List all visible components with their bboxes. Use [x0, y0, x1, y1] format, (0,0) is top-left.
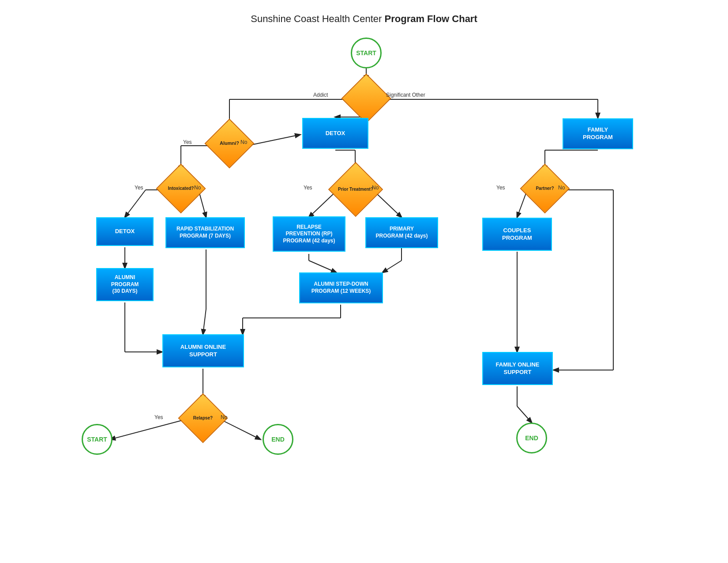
svg-line-20	[383, 261, 402, 272]
svg-line-31	[203, 309, 206, 334]
family-online-support-box: FAMILY ONLINE SUPPORT	[482, 352, 553, 385]
label-intox-yes: Yes	[135, 185, 143, 191]
label-significant-other: Significant Other	[386, 92, 425, 98]
primary-program-box: PRIMARY PROGRAM (42 days)	[365, 217, 438, 248]
rapid-stabilization-box: RAPID STABILIZATION PROGRAM (7 DAYS)	[165, 217, 245, 248]
diamond-type	[349, 81, 384, 116]
svg-line-8	[247, 135, 300, 146]
start-bottom-node: START	[82, 424, 113, 455]
svg-line-18	[309, 261, 336, 272]
end-right-node: END	[516, 423, 547, 453]
label-relapse-no: No	[221, 414, 227, 420]
relapse-prevention-box: RELAPSE PREVENTION (RP) PROGRAM (42 days…	[273, 216, 345, 252]
detox-left-box: DETOX	[96, 217, 154, 246]
start-top-node: START	[351, 38, 382, 68]
detox-top-box: DETOX	[302, 118, 368, 149]
label-prior-yes: Yes	[304, 185, 312, 191]
label-intox-no: No	[194, 185, 201, 191]
end-center-node: END	[263, 424, 293, 455]
page-title: Sunshine Coast Health Center Program Flo…	[0, 0, 728, 25]
couples-program-box: COUPLES PROGRAM	[482, 218, 552, 251]
label-alumni-yes: Yes	[183, 139, 192, 145]
diamond-intoxicated: Intoxicated?	[163, 171, 199, 206]
svg-line-16	[375, 192, 402, 217]
svg-line-15	[309, 192, 335, 217]
alumni-program-box: ALUMNI PROGRAM (30 DAYS)	[96, 268, 154, 301]
label-alumni-no: No	[240, 139, 247, 145]
label-addict: Addict	[313, 92, 328, 98]
alumni-stepdown-box: ALUMNI STEP-DOWN PROGRAM (12 WEEKS)	[299, 272, 383, 303]
svg-line-12	[125, 190, 146, 217]
diamond-prior-treatment: Prior Treatment?	[336, 170, 375, 209]
diamond-partner: Partner?	[527, 171, 563, 206]
label-partner-yes: Yes	[496, 185, 505, 191]
svg-line-36	[110, 419, 185, 439]
svg-line-39	[517, 406, 532, 423]
label-relapse-yes: Yes	[154, 414, 163, 420]
label-partner-no: No	[558, 185, 565, 191]
alumni-online-support-box: ALUMNI ONLINE SUPPORT	[162, 334, 244, 367]
family-program-box: FAMILY PROGRAM	[563, 118, 633, 149]
diamond-relapse: Relapse?	[185, 401, 221, 436]
svg-line-37	[221, 419, 260, 439]
